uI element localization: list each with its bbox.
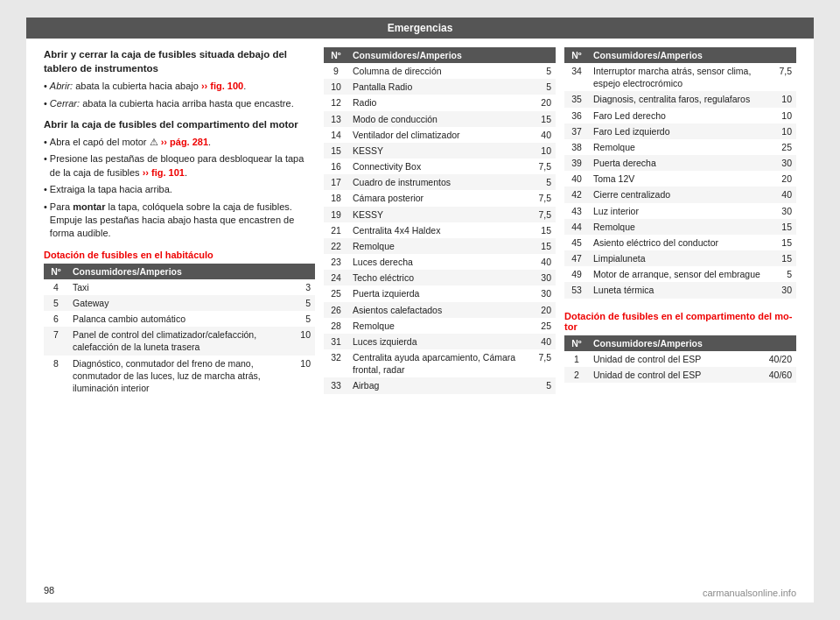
table-row: 37Faro Led izquierdo10 xyxy=(564,123,796,139)
table-row: 33Airbag5 xyxy=(324,377,556,393)
row-num: 25 xyxy=(324,285,348,301)
left-table-header-num: Nº xyxy=(44,264,68,279)
row-num: 37 xyxy=(564,123,589,139)
row-num: 13 xyxy=(324,111,348,127)
row-amp: 10 xyxy=(770,108,796,123)
left-fuse-table: Nº Consumidores/Amperios 4Taxi35Gateway5… xyxy=(44,264,315,396)
row-consumer: Unidad de control del ESP xyxy=(589,351,765,367)
motor-fuse-table: Nº Consumidores/Amperios 1Unidad de cont… xyxy=(564,335,796,383)
row-num: 15 xyxy=(324,143,348,159)
table-row: 42Cierre centralizado40 xyxy=(564,187,796,202)
cerrar-label: Cerrar: xyxy=(50,98,80,109)
row-consumer: Remolque xyxy=(589,219,770,235)
row-amp: 25 xyxy=(529,318,556,334)
row-amp: 30 xyxy=(529,285,556,301)
left-table-header-amp xyxy=(289,264,315,279)
row-amp: 30 xyxy=(770,282,796,298)
bullet2-4: • Para montar la tapa, colóquela sobre l… xyxy=(44,201,315,241)
bullet-dot: • xyxy=(44,201,47,241)
row-num: 36 xyxy=(564,108,589,123)
far-table-header-consumer: Consumidores/Amperios xyxy=(589,47,770,63)
row-consumer: Toma 12V xyxy=(589,171,770,187)
row-amp: 15 xyxy=(529,222,556,238)
row-num: 21 xyxy=(324,222,348,238)
row-consumer: Ventilador del climatizador xyxy=(348,127,529,143)
row-consumer: Panel de control del climatizador/cale­f… xyxy=(68,327,289,355)
row-amp: 10 xyxy=(289,356,315,397)
page-number: 98 xyxy=(44,585,54,595)
table-row: 9Columna de dirección5 xyxy=(324,63,556,79)
row-consumer: Interruptor marcha atrás, sensor clima, … xyxy=(589,63,770,91)
row-amp: 15 xyxy=(529,238,556,254)
table-row: 43Luz interior30 xyxy=(564,203,796,219)
row-amp: 30 xyxy=(770,203,796,219)
row-amp: 40/60 xyxy=(765,367,796,383)
row-consumer: Puerta izquierda xyxy=(348,285,529,301)
row-consumer: Luces izquierda xyxy=(348,334,529,349)
ref-fig100: ›› fig. 100 xyxy=(201,81,243,91)
row-num: 18 xyxy=(324,190,348,206)
row-amp: 15 xyxy=(770,235,796,250)
abrir-label: Abrir: xyxy=(50,81,73,91)
table-row: 5Gateway5 xyxy=(44,295,315,311)
table-row: 39Puerta derecha30 xyxy=(564,155,796,171)
table-row: 14Ventilador del climatizador40 xyxy=(324,127,556,143)
row-consumer: Diagnosis, centralita faros, regulafaros xyxy=(589,91,770,107)
bullet2-4-text: Para montar la tapa, colóquela sobre la … xyxy=(50,201,315,241)
row-consumer: Taxi xyxy=(68,279,289,295)
left-column: Abrir y cerrar la caja de fusibles situa… xyxy=(44,47,315,396)
row-amp: 3 xyxy=(289,279,315,295)
motor-table-header-consumer: Consumidores/Amperios xyxy=(589,335,765,351)
row-amp: 5 xyxy=(770,266,796,282)
row-consumer: Cierre centralizado xyxy=(589,187,770,202)
table-row: 8Diagnóstico, conmutador del freno de ma… xyxy=(44,356,315,397)
row-consumer: Asiento eléctrico del conductor xyxy=(589,235,770,250)
row-consumer: Pantalla Radio xyxy=(348,79,529,95)
bullet1-1-text: Abrir: abata la cubierta hacia abajo ›› … xyxy=(50,80,246,93)
row-consumer: Puerta derecha xyxy=(589,155,770,171)
row-consumer: Diagnóstico, conmutador del freno de man… xyxy=(68,356,289,397)
row-amp: 5 xyxy=(289,311,315,327)
table-row: 24Techo eléctrico30 xyxy=(324,270,556,285)
mid-column: Nº Consumidores/Amperios 9Columna de dir… xyxy=(324,47,556,396)
header-title: Emergencias xyxy=(388,22,453,34)
section1-title: Abrir y cerrar la caja de fusibles situa… xyxy=(44,47,315,75)
row-num: 31 xyxy=(324,334,348,349)
table-row: 15KESSY10 xyxy=(324,143,556,159)
row-consumer: Motor de arranque, sensor del embra­gue xyxy=(589,266,770,282)
bullet2-1-text: Abra el capó del motor ⚠ ›› pág. 281. xyxy=(50,136,211,149)
page: Emergencias Abrir y cerrar la caja de fu… xyxy=(26,18,814,602)
row-amp: 40 xyxy=(770,187,796,202)
row-amp: 20 xyxy=(529,302,556,318)
row-amp: 15 xyxy=(529,111,556,127)
row-consumer: Techo eléctrico xyxy=(348,270,529,285)
row-consumer: Asientos calefactados xyxy=(348,302,529,318)
row-num: 43 xyxy=(564,203,589,219)
row-consumer: Centralita ayuda aparcamiento, Cáma­ra f… xyxy=(348,349,529,377)
left-fuse-section-title: Dotación de fusibles en el habitáculo xyxy=(44,250,315,260)
far-table-header-amp xyxy=(770,47,796,63)
row-num: 6 xyxy=(44,311,68,327)
row-amp: 10 xyxy=(289,327,315,355)
row-num: 4 xyxy=(44,279,68,295)
table-row: 19KESSY7,5 xyxy=(324,207,556,222)
table-row: 6Palanca cambio automático5 xyxy=(44,311,315,327)
row-num: 35 xyxy=(564,91,589,107)
row-num: 2 xyxy=(564,367,589,383)
row-amp: 5 xyxy=(289,295,315,311)
row-consumer: Cámara posterior xyxy=(348,190,529,206)
bullet1-2: • Cerrar: abata la cubierta hacia arriba… xyxy=(44,97,315,110)
row-amp: 30 xyxy=(770,155,796,171)
bullet2-1: • Abra el capó del motor ⚠ ›› pág. 281. xyxy=(44,136,315,149)
row-amp: 10 xyxy=(770,91,796,107)
table-row: 44Remolque15 xyxy=(564,219,796,235)
bullet2-2: • Presione las pestañas de bloqueo para … xyxy=(44,152,315,180)
row-consumer: Remolque xyxy=(589,139,770,155)
row-consumer: Unidad de control del ESP xyxy=(589,367,765,383)
row-consumer: Columna de dirección xyxy=(348,63,529,79)
table-row: 26Asientos calefactados20 xyxy=(324,302,556,318)
far-fuse-table: Nº Consumidores/Amperios 34Interruptor m… xyxy=(564,47,796,299)
row-num: 42 xyxy=(564,187,589,202)
row-num: 40 xyxy=(564,171,589,187)
row-num: 33 xyxy=(324,377,348,393)
